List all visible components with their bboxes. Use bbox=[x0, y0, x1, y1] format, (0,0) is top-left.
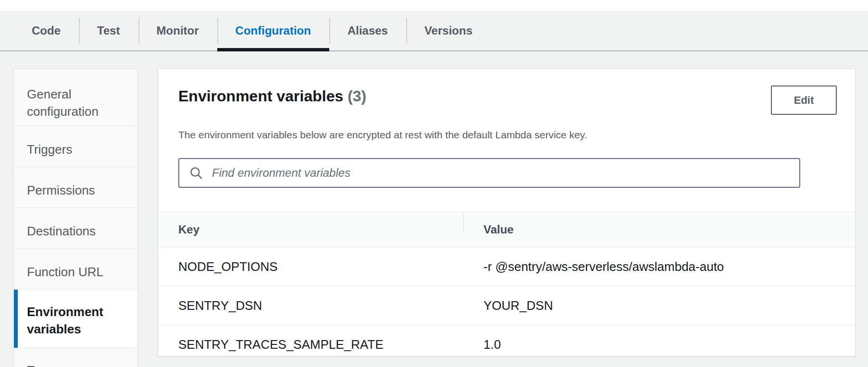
magnifier-icon bbox=[189, 166, 203, 180]
column-header-key: Key bbox=[158, 223, 463, 236]
column-header-value: Value bbox=[463, 223, 855, 236]
env-var-value: YOUR_DSN bbox=[463, 298, 855, 313]
panel-title-text: Environment variables bbox=[178, 87, 343, 105]
env-var-value: 1.0 bbox=[463, 337, 855, 352]
sidebar-item-general-configuration[interactable]: General configuration bbox=[14, 69, 137, 126]
panel-title: Environment variables (3) bbox=[178, 86, 366, 107]
sidebar-item-destinations[interactable]: Destinations bbox=[14, 208, 137, 249]
tab-aliases[interactable]: Aliases bbox=[329, 11, 406, 50]
tab-versions[interactable]: Versions bbox=[406, 11, 491, 50]
configuration-sidenav: General configuration Triggers Permissio… bbox=[13, 69, 138, 367]
tab-code[interactable]: Code bbox=[13, 11, 79, 50]
window-top-strip bbox=[0, 0, 868, 11]
tab-configuration[interactable]: Configuration bbox=[217, 11, 329, 50]
panel-description: The environment variables below are encr… bbox=[178, 128, 835, 142]
function-tabs: Code Test Monitor Configuration Aliases … bbox=[0, 11, 868, 51]
sidebar-item-tags[interactable]: Tags bbox=[14, 348, 137, 367]
table-row: SENTRY_TRACES_SAMPLE_RATE 1.0 bbox=[158, 325, 855, 356]
sidebar-item-permissions[interactable]: Permissions bbox=[14, 167, 137, 208]
table-header-row: Key Value bbox=[158, 211, 855, 247]
env-var-key: SENTRY_DSN bbox=[158, 298, 463, 313]
panel-header: Environment variables (3) Edit bbox=[158, 69, 855, 115]
env-var-key: SENTRY_TRACES_SAMPLE_RATE bbox=[158, 337, 463, 352]
sidebar-item-triggers[interactable]: Triggers bbox=[14, 126, 137, 167]
sidebar-item-environment-variables[interactable]: Environment variables bbox=[14, 290, 137, 348]
panel-count: (3) bbox=[347, 87, 366, 105]
configuration-content: General configuration Triggers Permissio… bbox=[0, 51, 868, 367]
search-filter[interactable] bbox=[178, 158, 800, 188]
environment-variables-panel: Environment variables (3) Edit The envir… bbox=[158, 69, 856, 356]
edit-button[interactable]: Edit bbox=[771, 86, 837, 115]
search-input[interactable] bbox=[211, 159, 790, 187]
env-var-key: NODE_OPTIONS bbox=[158, 259, 463, 274]
env-var-value: -r @sentry/aws-serverless/awslambda-auto bbox=[463, 259, 855, 274]
table-row: SENTRY_DSN YOUR_DSN bbox=[158, 286, 855, 325]
environment-variables-table: Key Value NODE_OPTIONS -r @sentry/aws-se… bbox=[158, 211, 855, 356]
sidebar-item-function-url[interactable]: Function URL bbox=[14, 249, 137, 290]
tab-test[interactable]: Test bbox=[79, 11, 138, 50]
table-row: NODE_OPTIONS -r @sentry/aws-serverless/a… bbox=[158, 247, 855, 286]
tab-monitor[interactable]: Monitor bbox=[138, 11, 217, 50]
